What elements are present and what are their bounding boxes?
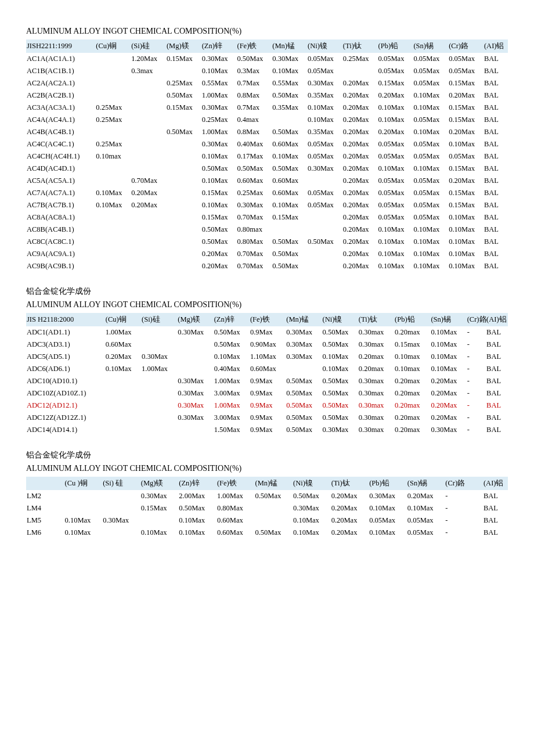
cell: 0.25Max bbox=[166, 77, 201, 89]
table-row: ADC14(AD14.1)1.50Max0.9Max0.50Max0.30Max… bbox=[26, 424, 508, 436]
cell: 0.10Max bbox=[201, 175, 237, 187]
cell: 0.05Max bbox=[407, 527, 445, 539]
cell: 0.3Max bbox=[236, 65, 272, 77]
cell: 0.30Max bbox=[177, 399, 213, 412]
cell bbox=[141, 399, 177, 412]
cell: 0.05Max bbox=[448, 150, 484, 163]
col-header: (Si)硅 bbox=[141, 313, 177, 326]
cell: BAL bbox=[484, 89, 508, 102]
cell bbox=[131, 211, 166, 224]
table-row: LM60.10Max0.10Max0.10Max0.60Max0.50Max0.… bbox=[26, 527, 508, 539]
cell: 0.25Max bbox=[342, 53, 378, 65]
table-row: AC4D(AC4D.1)0.50Max0.50Max0.50Max0.30Max… bbox=[26, 163, 508, 175]
cell: 0.05Max bbox=[307, 199, 342, 211]
cell: 0.20max bbox=[394, 375, 430, 387]
cell: 0.15Max bbox=[448, 114, 484, 126]
cell: 0.8Max bbox=[236, 126, 272, 138]
cell bbox=[102, 527, 140, 539]
cell: 0.30Max bbox=[177, 387, 213, 399]
cell: 0.50Max bbox=[272, 248, 307, 260]
cell: 0.20Max bbox=[448, 89, 484, 102]
cell bbox=[95, 77, 131, 89]
cell bbox=[166, 211, 201, 224]
cell: 0.20Max bbox=[342, 114, 378, 126]
col-header: (Mg)镁 bbox=[177, 313, 213, 326]
cell bbox=[131, 102, 166, 114]
cell: BAL bbox=[486, 351, 508, 363]
cell: 0.10Max bbox=[448, 260, 484, 272]
cell: 0.10Max bbox=[272, 65, 307, 77]
cell bbox=[166, 65, 201, 77]
cell: 0.50Max bbox=[286, 412, 322, 424]
cell: 0.05Max bbox=[413, 199, 448, 211]
cell: 0.60Max bbox=[272, 187, 307, 199]
cell: 0.05Max bbox=[413, 138, 448, 150]
cell: 0.9Max bbox=[250, 387, 286, 399]
cell: 0.7Max bbox=[236, 102, 272, 114]
cell: 0.10Max bbox=[413, 102, 448, 114]
cell bbox=[177, 351, 213, 363]
cell: 0.30max bbox=[358, 424, 394, 436]
cell: 0.20Max bbox=[342, 187, 378, 199]
cell: 0.10Max bbox=[413, 224, 448, 236]
cell: BAL bbox=[484, 150, 508, 163]
cell: 0.50Max bbox=[166, 126, 201, 138]
cell: 0.50Max bbox=[166, 89, 201, 102]
col-header: (Si)硅 bbox=[131, 39, 166, 53]
cell bbox=[166, 260, 201, 272]
cell: 0.15Max bbox=[272, 211, 307, 224]
cell: BAL bbox=[484, 199, 508, 211]
cell bbox=[95, 175, 131, 187]
cell: 0.10Max bbox=[95, 187, 131, 199]
cell: 0.50Max bbox=[201, 236, 237, 248]
cell: 0.15Max bbox=[201, 211, 237, 224]
cell: 0.50Max bbox=[272, 163, 307, 175]
cell: - bbox=[445, 490, 483, 502]
col-header: (Ni)镍 bbox=[293, 477, 331, 490]
cell: - bbox=[467, 339, 486, 351]
table-row: AC1B(AC1B.1)0.3max0.10Max0.3Max0.10Max0.… bbox=[26, 65, 508, 77]
cell bbox=[131, 248, 166, 260]
cell: AC4B(AC4B.1) bbox=[26, 126, 95, 138]
cell: - bbox=[445, 527, 483, 539]
cell: 0.05Max bbox=[413, 53, 448, 65]
cell: 0.20max bbox=[394, 424, 430, 436]
cell: 0.50Max bbox=[214, 339, 250, 351]
col-header: (Zn)锌 bbox=[201, 39, 237, 53]
cell: 1.20Max bbox=[131, 53, 166, 65]
cell bbox=[307, 260, 342, 272]
cell: BAL bbox=[486, 412, 508, 424]
cell: 0.20Max bbox=[430, 412, 466, 424]
table-jish2118: JIS H2118:2000(Cu)铜(Si)硅(Mg)镁(Zn)锌(Fe)铁(… bbox=[26, 313, 508, 436]
cell: 0.10Max bbox=[448, 248, 484, 260]
cell: 0.15Max bbox=[166, 53, 201, 65]
cell: 0.10Max bbox=[201, 199, 237, 211]
col-header: (AI)铝 bbox=[483, 477, 508, 490]
cell bbox=[95, 163, 131, 175]
cell: 1.50Max bbox=[214, 424, 250, 436]
cell: 0.20Max bbox=[342, 224, 378, 236]
cell: 0.9Max bbox=[250, 399, 286, 412]
table-row: LM20.30Max2.00Max1.00Max0.50Max0.50Max0.… bbox=[26, 490, 508, 502]
cell: 0.10Max bbox=[307, 102, 342, 114]
cell: 0.10Max bbox=[64, 514, 103, 527]
cell: 0.10Max bbox=[413, 248, 448, 260]
cell: AC7B(AC7B.1) bbox=[26, 199, 95, 211]
cell bbox=[95, 65, 131, 77]
col-header: (Cr)鉻 bbox=[445, 477, 483, 490]
cell: 0.10Max bbox=[378, 224, 413, 236]
cell: AC7A(AC7A.1) bbox=[26, 187, 95, 199]
cell: 0.10Max bbox=[413, 236, 448, 248]
cell: BAL bbox=[484, 126, 508, 138]
cell: 0.20Max bbox=[448, 175, 484, 187]
cell: 0.50Max bbox=[272, 89, 307, 102]
cell bbox=[272, 114, 307, 126]
cell: 0.50Max bbox=[286, 424, 322, 436]
cell: 0.3max bbox=[131, 65, 166, 77]
cell: 0.50Max bbox=[272, 260, 307, 272]
cell: 0.50Max bbox=[322, 399, 358, 412]
cell: 0.10Max bbox=[378, 163, 413, 175]
cell: 0.10Max bbox=[272, 199, 307, 211]
cell: 1.00Max bbox=[105, 326, 141, 339]
cell: 3.00Max bbox=[214, 412, 250, 424]
